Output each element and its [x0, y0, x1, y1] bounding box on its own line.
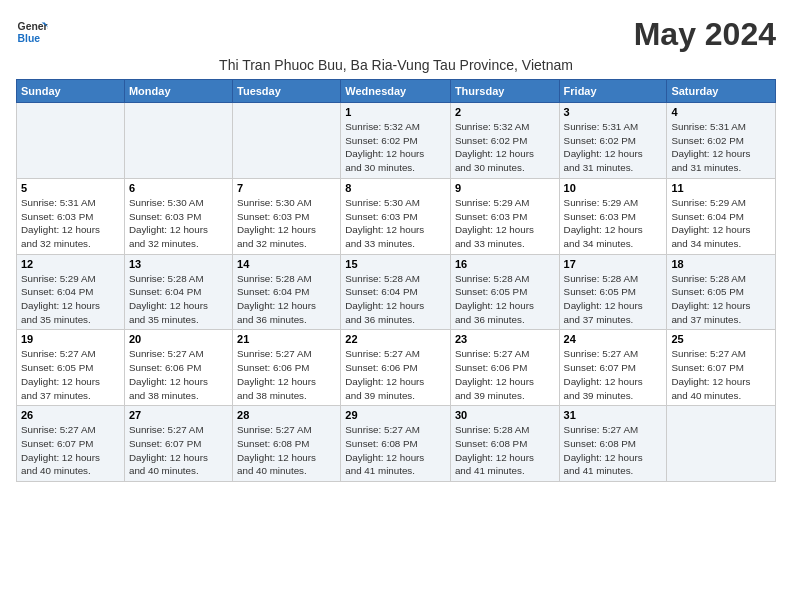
day-number: 27	[129, 409, 228, 421]
day-info: Sunrise: 5:32 AM Sunset: 6:02 PM Dayligh…	[345, 120, 446, 175]
day-info: Sunrise: 5:27 AM Sunset: 6:07 PM Dayligh…	[671, 347, 771, 402]
day-cell: 6Sunrise: 5:30 AM Sunset: 6:03 PM Daylig…	[124, 178, 232, 254]
day-header-monday: Monday	[124, 80, 232, 103]
title-block: May 2024	[634, 16, 776, 53]
day-header-sunday: Sunday	[17, 80, 125, 103]
svg-text:Blue: Blue	[18, 33, 41, 44]
day-info: Sunrise: 5:27 AM Sunset: 6:06 PM Dayligh…	[345, 347, 446, 402]
day-header-friday: Friday	[559, 80, 667, 103]
day-number: 7	[237, 182, 336, 194]
day-header-saturday: Saturday	[667, 80, 776, 103]
header: General Blue May 2024	[16, 16, 776, 53]
day-cell: 31Sunrise: 5:27 AM Sunset: 6:08 PM Dayli…	[559, 406, 667, 482]
day-cell: 16Sunrise: 5:28 AM Sunset: 6:05 PM Dayli…	[450, 254, 559, 330]
day-info: Sunrise: 5:27 AM Sunset: 6:07 PM Dayligh…	[21, 423, 120, 478]
day-number: 2	[455, 106, 555, 118]
day-number: 12	[21, 258, 120, 270]
main-title: May 2024	[634, 16, 776, 53]
day-cell: 8Sunrise: 5:30 AM Sunset: 6:03 PM Daylig…	[341, 178, 451, 254]
day-info: Sunrise: 5:30 AM Sunset: 6:03 PM Dayligh…	[345, 196, 446, 251]
day-number: 10	[564, 182, 663, 194]
day-number: 21	[237, 333, 336, 345]
day-header-thursday: Thursday	[450, 80, 559, 103]
day-info: Sunrise: 5:27 AM Sunset: 6:06 PM Dayligh…	[237, 347, 336, 402]
day-info: Sunrise: 5:27 AM Sunset: 6:05 PM Dayligh…	[21, 347, 120, 402]
calendar-header: SundayMondayTuesdayWednesdayThursdayFrid…	[17, 80, 776, 103]
day-cell: 13Sunrise: 5:28 AM Sunset: 6:04 PM Dayli…	[124, 254, 232, 330]
day-number: 4	[671, 106, 771, 118]
day-info: Sunrise: 5:29 AM Sunset: 6:04 PM Dayligh…	[671, 196, 771, 251]
day-cell: 30Sunrise: 5:28 AM Sunset: 6:08 PM Dayli…	[450, 406, 559, 482]
day-cell: 14Sunrise: 5:28 AM Sunset: 6:04 PM Dayli…	[233, 254, 341, 330]
day-info: Sunrise: 5:31 AM Sunset: 6:02 PM Dayligh…	[671, 120, 771, 175]
day-cell: 28Sunrise: 5:27 AM Sunset: 6:08 PM Dayli…	[233, 406, 341, 482]
calendar-body: 1Sunrise: 5:32 AM Sunset: 6:02 PM Daylig…	[17, 103, 776, 482]
day-cell: 17Sunrise: 5:28 AM Sunset: 6:05 PM Dayli…	[559, 254, 667, 330]
day-number: 26	[21, 409, 120, 421]
day-cell: 27Sunrise: 5:27 AM Sunset: 6:07 PM Dayli…	[124, 406, 232, 482]
logo-icon: General Blue	[16, 16, 48, 48]
day-info: Sunrise: 5:30 AM Sunset: 6:03 PM Dayligh…	[237, 196, 336, 251]
day-info: Sunrise: 5:28 AM Sunset: 6:05 PM Dayligh…	[455, 272, 555, 327]
logo: General Blue	[16, 16, 48, 48]
day-number: 23	[455, 333, 555, 345]
day-info: Sunrise: 5:31 AM Sunset: 6:03 PM Dayligh…	[21, 196, 120, 251]
calendar-table: SundayMondayTuesdayWednesdayThursdayFrid…	[16, 79, 776, 482]
day-cell: 19Sunrise: 5:27 AM Sunset: 6:05 PM Dayli…	[17, 330, 125, 406]
day-info: Sunrise: 5:28 AM Sunset: 6:04 PM Dayligh…	[237, 272, 336, 327]
day-number: 25	[671, 333, 771, 345]
day-cell: 25Sunrise: 5:27 AM Sunset: 6:07 PM Dayli…	[667, 330, 776, 406]
day-number: 6	[129, 182, 228, 194]
day-number: 15	[345, 258, 446, 270]
day-info: Sunrise: 5:27 AM Sunset: 6:07 PM Dayligh…	[129, 423, 228, 478]
day-number: 17	[564, 258, 663, 270]
day-cell: 11Sunrise: 5:29 AM Sunset: 6:04 PM Dayli…	[667, 178, 776, 254]
week-row-2: 5Sunrise: 5:31 AM Sunset: 6:03 PM Daylig…	[17, 178, 776, 254]
day-cell: 24Sunrise: 5:27 AM Sunset: 6:07 PM Dayli…	[559, 330, 667, 406]
day-header-tuesday: Tuesday	[233, 80, 341, 103]
day-cell: 12Sunrise: 5:29 AM Sunset: 6:04 PM Dayli…	[17, 254, 125, 330]
day-number: 24	[564, 333, 663, 345]
day-info: Sunrise: 5:27 AM Sunset: 6:08 PM Dayligh…	[345, 423, 446, 478]
day-cell: 18Sunrise: 5:28 AM Sunset: 6:05 PM Dayli…	[667, 254, 776, 330]
week-row-3: 12Sunrise: 5:29 AM Sunset: 6:04 PM Dayli…	[17, 254, 776, 330]
week-row-1: 1Sunrise: 5:32 AM Sunset: 6:02 PM Daylig…	[17, 103, 776, 179]
day-cell: 1Sunrise: 5:32 AM Sunset: 6:02 PM Daylig…	[341, 103, 451, 179]
day-cell: 10Sunrise: 5:29 AM Sunset: 6:03 PM Dayli…	[559, 178, 667, 254]
day-info: Sunrise: 5:31 AM Sunset: 6:02 PM Dayligh…	[564, 120, 663, 175]
day-info: Sunrise: 5:28 AM Sunset: 6:04 PM Dayligh…	[345, 272, 446, 327]
day-cell: 21Sunrise: 5:27 AM Sunset: 6:06 PM Dayli…	[233, 330, 341, 406]
day-number: 31	[564, 409, 663, 421]
subtitle: Thi Tran Phuoc Buu, Ba Ria-Vung Tau Prov…	[16, 57, 776, 73]
day-info: Sunrise: 5:28 AM Sunset: 6:08 PM Dayligh…	[455, 423, 555, 478]
day-cell	[667, 406, 776, 482]
day-cell: 20Sunrise: 5:27 AM Sunset: 6:06 PM Dayli…	[124, 330, 232, 406]
day-number: 1	[345, 106, 446, 118]
day-cell: 3Sunrise: 5:31 AM Sunset: 6:02 PM Daylig…	[559, 103, 667, 179]
day-cell: 4Sunrise: 5:31 AM Sunset: 6:02 PM Daylig…	[667, 103, 776, 179]
day-number: 29	[345, 409, 446, 421]
day-number: 3	[564, 106, 663, 118]
day-number: 22	[345, 333, 446, 345]
week-row-4: 19Sunrise: 5:27 AM Sunset: 6:05 PM Dayli…	[17, 330, 776, 406]
day-number: 16	[455, 258, 555, 270]
day-cell: 15Sunrise: 5:28 AM Sunset: 6:04 PM Dayli…	[341, 254, 451, 330]
day-info: Sunrise: 5:30 AM Sunset: 6:03 PM Dayligh…	[129, 196, 228, 251]
day-cell: 2Sunrise: 5:32 AM Sunset: 6:02 PM Daylig…	[450, 103, 559, 179]
day-number: 18	[671, 258, 771, 270]
day-info: Sunrise: 5:29 AM Sunset: 6:04 PM Dayligh…	[21, 272, 120, 327]
day-cell: 7Sunrise: 5:30 AM Sunset: 6:03 PM Daylig…	[233, 178, 341, 254]
day-header-wednesday: Wednesday	[341, 80, 451, 103]
day-info: Sunrise: 5:27 AM Sunset: 6:08 PM Dayligh…	[564, 423, 663, 478]
day-info: Sunrise: 5:27 AM Sunset: 6:06 PM Dayligh…	[129, 347, 228, 402]
day-cell: 22Sunrise: 5:27 AM Sunset: 6:06 PM Dayli…	[341, 330, 451, 406]
day-cell: 23Sunrise: 5:27 AM Sunset: 6:06 PM Dayli…	[450, 330, 559, 406]
day-number: 13	[129, 258, 228, 270]
day-number: 19	[21, 333, 120, 345]
day-number: 8	[345, 182, 446, 194]
day-info: Sunrise: 5:32 AM Sunset: 6:02 PM Dayligh…	[455, 120, 555, 175]
day-cell: 5Sunrise: 5:31 AM Sunset: 6:03 PM Daylig…	[17, 178, 125, 254]
day-info: Sunrise: 5:29 AM Sunset: 6:03 PM Dayligh…	[455, 196, 555, 251]
day-number: 20	[129, 333, 228, 345]
day-cell	[17, 103, 125, 179]
